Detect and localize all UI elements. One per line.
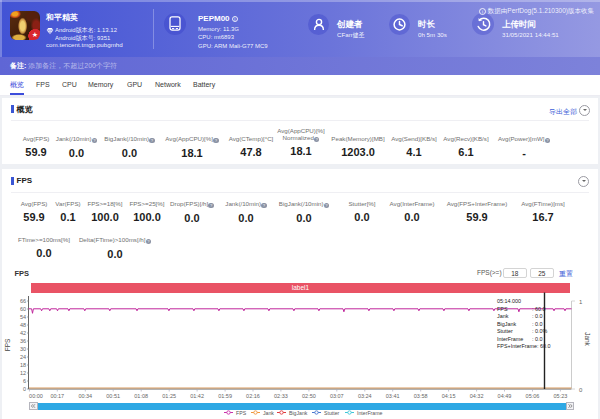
svg-text:01:42: 01:42 xyxy=(190,393,204,399)
svg-text:01:25: 01:25 xyxy=(162,393,176,399)
svg-text:Jank: Jank xyxy=(584,332,591,346)
svg-text:02:16: 02:16 xyxy=(246,393,260,399)
svg-text:04:49: 04:49 xyxy=(498,393,512,399)
svg-text:03:24: 03:24 xyxy=(358,393,372,399)
svg-text:6: 6 xyxy=(23,378,26,384)
svg-text:00:00: 00:00 xyxy=(29,393,43,399)
svg-text:FPS: FPS xyxy=(236,410,247,416)
svg-text:01:08: 01:08 xyxy=(134,393,148,399)
svg-text:66: 66 xyxy=(20,298,26,304)
svg-text:30: 30 xyxy=(20,346,26,352)
svg-text:02:33: 02:33 xyxy=(274,393,288,399)
svg-text:12: 12 xyxy=(20,370,26,376)
svg-text:00:17: 00:17 xyxy=(50,393,64,399)
svg-text:03:58: 03:58 xyxy=(414,393,428,399)
svg-text:04:15: 04:15 xyxy=(442,393,456,399)
svg-text:48: 48 xyxy=(20,322,26,328)
svg-text:0: 0 xyxy=(23,386,26,392)
svg-text:1: 1 xyxy=(579,299,583,305)
svg-text:Jank: Jank xyxy=(263,410,274,416)
svg-text:04:32: 04:32 xyxy=(470,393,484,399)
svg-text:54: 54 xyxy=(20,314,26,320)
svg-text:02:50: 02:50 xyxy=(302,393,316,399)
svg-text:60: 60 xyxy=(20,306,26,312)
svg-text:42: 42 xyxy=(20,330,26,336)
svg-text:01:59: 01:59 xyxy=(218,393,232,399)
svg-text:03:41: 03:41 xyxy=(386,393,400,399)
svg-text:00:51: 00:51 xyxy=(106,393,120,399)
svg-text:36: 36 xyxy=(20,338,26,344)
svg-text:InterFrame: InterFrame xyxy=(357,410,382,416)
svg-text:18: 18 xyxy=(20,362,26,368)
svg-text:BigJank: BigJank xyxy=(289,410,308,416)
svg-text:05:23: 05:23 xyxy=(554,393,568,399)
svg-text:05:06: 05:06 xyxy=(526,393,540,399)
svg-text:00:34: 00:34 xyxy=(78,393,92,399)
svg-text:FPS: FPS xyxy=(4,338,11,351)
svg-text:0: 0 xyxy=(579,387,583,393)
svg-text:03:07: 03:07 xyxy=(330,393,344,399)
svg-text:24: 24 xyxy=(20,354,26,360)
svg-text:Stutter: Stutter xyxy=(324,410,340,416)
